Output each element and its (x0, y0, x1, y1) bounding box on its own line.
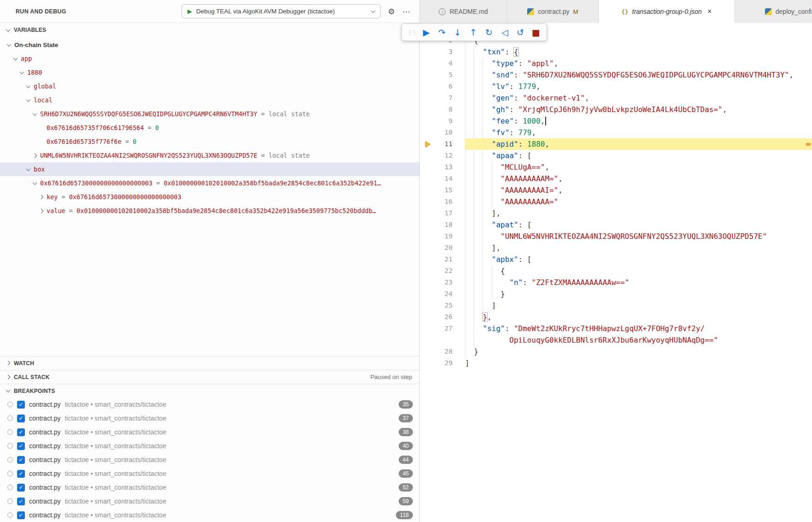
breakpoint-checkbox[interactable]: ✓ (17, 484, 25, 492)
code-line-17: 17 ], (420, 208, 812, 219)
tree-item-0x67616d65735f706c61796564[interactable]: 0x67616d65735f706c61796564 = 0 (0, 121, 419, 135)
tree-item-1880[interactable]: 1880 (0, 65, 419, 79)
breakpoint-row[interactable]: ✓contract.pytictactoe • smart_contracts/… (0, 425, 419, 439)
tab-transaction-group-0-json[interactable]: {}transaction-group-0.json× (599, 0, 735, 23)
code-area[interactable]: 1[2 {3 "txn": {4 "type": "appl",5 "snd":… (420, 23, 812, 522)
text-cursor (545, 117, 546, 125)
line-number-gutter[interactable]: 28 (420, 346, 465, 357)
breakpoint-file: contract.py (29, 442, 60, 450)
tree-item-unml6w5nvhrikteozaa4ni2swqrosgnfny2qs523yuql3xn63oquzpd57e[interactable]: UNML6W5NVHRIKTEOZAA4NI2SWQROSGNFNY2QS523… (0, 148, 419, 162)
breakpoint-row[interactable]: ✓contract.pytictactoe • smart_contracts/… (0, 439, 419, 453)
line-number-gutter[interactable]: 14 (420, 173, 465, 184)
tab-contract-py[interactable]: contract.pyM (507, 0, 599, 23)
step-over-button[interactable]: ↷ (434, 24, 450, 40)
breakpoint-row[interactable]: ✓contract.pytictactoe • smart_contracts/… (0, 411, 419, 425)
python-icon (765, 8, 772, 15)
line-number-gutter[interactable]: 23 (420, 277, 465, 288)
gear-icon[interactable]: ⚙ (388, 7, 395, 16)
breakpoint-row[interactable]: ✓contract.pytictactoe • smart_contracts/… (0, 397, 419, 411)
breakpoint-file: contract.py (29, 470, 60, 477)
line-number-gutter[interactable]: 6 (420, 81, 465, 92)
equals-separator: = (65, 207, 76, 214)
line-number-badge: 38 (399, 428, 413, 436)
step-into-button[interactable]: ↓ (450, 24, 465, 40)
breakpoint-checkbox[interactable]: ✓ (17, 456, 25, 464)
line-number-gutter[interactable] (420, 334, 465, 346)
tab-deploy-config[interactable]: deploy_config (735, 0, 812, 23)
more-actions-icon[interactable]: ⋯ (402, 7, 410, 16)
tree-item-on-chain-state[interactable]: On-chain State (0, 38, 419, 52)
stop-button[interactable]: ■ (528, 24, 544, 40)
breakpoint-checkbox[interactable]: ✓ (17, 498, 25, 505)
line-number-gutter[interactable]: 12 (420, 150, 465, 161)
line-number-gutter[interactable]: 4 (420, 58, 465, 69)
chevron-down-icon (33, 111, 37, 116)
line-number-gutter[interactable]: 10 (420, 127, 465, 138)
line-number-gutter[interactable]: 19 (420, 231, 465, 242)
breakpoint-row[interactable]: ✓contract.pytictactoe • smart_contracts/… (0, 508, 419, 522)
line-number-gutter[interactable]: 24 (420, 288, 465, 300)
breakpoint-checkbox[interactable]: ✓ (17, 415, 25, 422)
line-number-gutter[interactable]: 11 (420, 138, 465, 150)
drag-handle-icon[interactable]: ⋮⋮ (405, 29, 418, 36)
line-number-gutter[interactable]: 17 (420, 208, 465, 219)
breakpoint-checkbox[interactable]: ✓ (17, 401, 25, 409)
tree-item-app[interactable]: app (0, 52, 419, 65)
code-line-5: 5 "snd": "SRH6D7XU2N6WQQ5SSYDQFG5ESO6JWE… (420, 69, 812, 81)
tree-item-value[interactable]: value = 0x010000000102010002a358bf5bada9… (0, 204, 419, 218)
breakpoint-path: tictactoe • smart_contracts/tictactoe (65, 470, 394, 477)
start-debugging-icon[interactable]: ▶ (188, 8, 192, 15)
step-out-button[interactable]: ↑ (465, 24, 481, 40)
tab-readme-md[interactable]: iREADME.md (420, 0, 507, 23)
section-header-variables[interactable]: VARIABLES (0, 23, 419, 37)
breakpoint-row[interactable]: ✓contract.pytictactoe • smart_contracts/… (0, 453, 419, 467)
line-number-gutter[interactable]: 29 (420, 357, 465, 369)
line-number-gutter[interactable]: 27 (420, 323, 465, 334)
tree-item-local[interactable]: local (0, 93, 419, 107)
line-number-gutter[interactable]: 7 (420, 92, 465, 104)
breakpoint-checkbox[interactable]: ✓ (17, 511, 25, 519)
line-number-gutter[interactable]: 15 (420, 184, 465, 196)
code-line-20: 20 ], (420, 242, 812, 254)
line-number-gutter[interactable]: 8 (420, 104, 465, 115)
tree-item-0x67616d65735f776f6e[interactable]: 0x67616d65735f776f6e = 0 (0, 135, 419, 148)
close-icon[interactable]: × (707, 7, 712, 16)
section-header-watch[interactable]: WATCH (0, 356, 419, 370)
chevron-right-icon (6, 361, 11, 366)
line-number-gutter[interactable]: 13 (420, 161, 465, 173)
section-header-breakpoints[interactable]: BREAKPOINTS (0, 384, 419, 397)
chevron-down-icon (33, 180, 37, 185)
line-number-gutter[interactable]: 5 (420, 69, 465, 81)
tree-item-global[interactable]: global (0, 79, 419, 93)
breakpoint-row[interactable]: ✓contract.pytictactoe • smart_contracts/… (0, 494, 419, 508)
code-line-28: 28 } (420, 346, 812, 357)
continue-button[interactable]: ▶ (418, 24, 434, 40)
line-number-gutter[interactable]: 3 (420, 46, 465, 58)
reverse-continue-button[interactable]: ↺ (512, 24, 528, 40)
tree-item-0x67616d6573000000000000000003[interactable]: 0x67616d6573000000000000000003 = 0x01000… (0, 176, 419, 190)
code-line-text: ] (465, 300, 812, 311)
breakpoint-row[interactable]: ✓contract.pytictactoe • smart_contracts/… (0, 480, 419, 494)
line-number-gutter[interactable]: 26 (420, 311, 465, 323)
line-number-gutter[interactable]: 9 (420, 115, 465, 127)
line-number-gutter[interactable]: 25 (420, 300, 465, 311)
line-number-gutter[interactable]: 22 (420, 265, 465, 277)
tree-item-box[interactable]: box (0, 162, 419, 176)
line-number-gutter[interactable]: 20 (420, 242, 465, 254)
breakpoint-checkbox[interactable]: ✓ (17, 470, 25, 478)
tree-item-srh6d7xu2n6wqq5ssydqfg5eso6jweqidpglugycpgampc4rn6vtm4ht3y[interactable]: SRH6D7XU2N6WQQ5SSYDQFG5ESO6JWEQIDPGLUGYC… (0, 107, 419, 121)
restart-button[interactable]: ↻ (481, 24, 497, 40)
line-number-gutter[interactable]: 16 (420, 196, 465, 208)
debug-toolbar: ⋮⋮ ▶↷↓↑↻◁↺■ (401, 24, 547, 41)
step-back-button[interactable]: ◁ (497, 24, 512, 40)
variable-name: key (47, 193, 58, 201)
tree-item-key[interactable]: key = 0x67616d6573000000000000000003 (0, 190, 419, 204)
debug-config-dropdown[interactable]: ▶ Debug TEAL via AlgoKit AVM Debugger (t… (182, 4, 381, 18)
equals-separator: = (257, 110, 268, 118)
breakpoint-checkbox[interactable]: ✓ (17, 428, 25, 436)
line-number-gutter[interactable]: 18 (420, 219, 465, 231)
breakpoint-checkbox[interactable]: ✓ (17, 442, 25, 450)
breakpoint-row[interactable]: ✓contract.pytictactoe • smart_contracts/… (0, 467, 419, 480)
section-header-call-stack[interactable]: CALL STACK Paused on step (0, 370, 419, 384)
line-number-gutter[interactable]: 21 (420, 254, 465, 265)
